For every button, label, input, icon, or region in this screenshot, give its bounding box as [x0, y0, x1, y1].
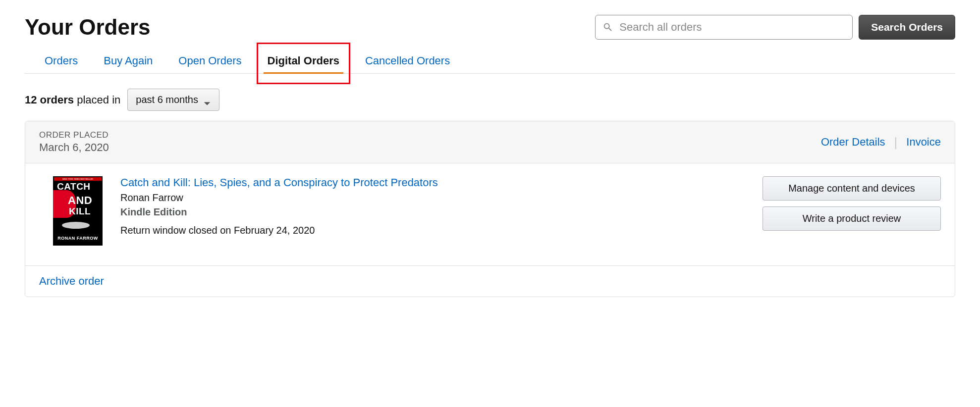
tab-buy-again[interactable]: Buy Again: [104, 50, 153, 73]
order-date: March 6, 2020: [39, 141, 109, 154]
product-title-link[interactable]: Catch and Kill: Lies, Spies, and a Consp…: [120, 176, 745, 189]
search-orders-button[interactable]: Search Orders: [859, 15, 955, 40]
order-details-link[interactable]: Order Details: [821, 136, 885, 149]
search-icon: [602, 22, 613, 33]
search-input[interactable]: [619, 21, 845, 34]
cover-title-line: AND: [68, 194, 92, 207]
tab-cancelled-orders[interactable]: Cancelled Orders: [365, 50, 450, 73]
filter-row: 12 orders placed in past 6 months: [25, 89, 955, 111]
invoice-link[interactable]: Invoice: [906, 136, 941, 149]
placed-in-label: placed in: [77, 94, 120, 106]
product-edition: Kindle Edition: [120, 206, 745, 218]
tab-orders[interactable]: Orders: [45, 50, 78, 73]
archive-order-link[interactable]: Archive order: [39, 275, 104, 287]
tab-digital-orders[interactable]: Digital Orders: [268, 50, 339, 73]
date-range-select[interactable]: past 6 months: [127, 89, 219, 111]
product-thumbnail[interactable]: NEW YORK TIMES BESTSELLER CATCH AND KILL…: [53, 176, 103, 246]
chevron-down-icon: [203, 98, 211, 102]
cover-title-line: CATCH: [57, 181, 91, 192]
order-tabs: Orders Buy Again Open Orders Digital Ord…: [25, 50, 955, 74]
manage-content-button[interactable]: Manage content and devices: [762, 176, 941, 201]
product-author: Ronan Farrow: [120, 192, 745, 204]
tab-digital-orders-label: Digital Orders: [268, 54, 339, 67]
date-range-value: past 6 months: [136, 94, 198, 105]
bestseller-badge: NEW YORK TIMES BESTSELLER: [54, 177, 102, 181]
order-placed-label: ORDER PLACED: [39, 130, 109, 140]
cover-author: RONAN FARROW: [53, 236, 103, 241]
tab-open-orders[interactable]: Open Orders: [178, 50, 241, 73]
order-header: ORDER PLACED March 6, 2020 Order Details…: [25, 121, 955, 163]
page-title: Your Orders: [25, 15, 150, 40]
order-card: ORDER PLACED March 6, 2020 Order Details…: [25, 121, 955, 297]
search-box[interactable]: [595, 15, 853, 40]
order-count: 12 orders: [25, 94, 74, 106]
cover-title-line: KILL: [69, 206, 91, 217]
return-window-info: Return window closed on February 24, 202…: [120, 225, 745, 236]
link-divider: |: [894, 135, 898, 150]
write-review-button[interactable]: Write a product review: [762, 206, 941, 231]
